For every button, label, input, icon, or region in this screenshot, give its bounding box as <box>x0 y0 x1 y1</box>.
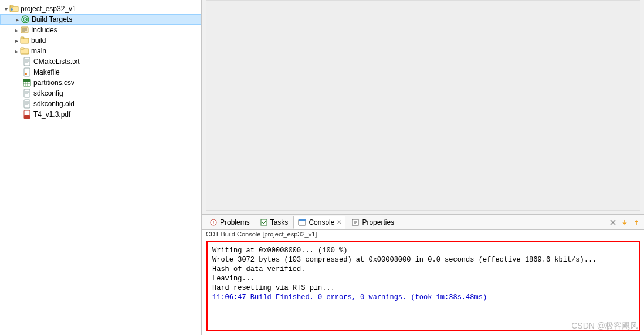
folder-icon <box>20 36 29 45</box>
tree-item-label: Includes <box>31 26 57 34</box>
tree-root-label: project_esp32_v1 <box>21 5 76 13</box>
chevron-right-icon[interactable]: ▸ <box>13 16 21 23</box>
arrow-up-button[interactable] <box>631 217 642 228</box>
svg-text:!: ! <box>213 220 214 225</box>
makefile-icon <box>22 67 32 77</box>
tree-root[interactable]: ▾ project_esp32_v1 <box>0 4 201 14</box>
console-output[interactable]: Writing at 0x00008000... (100 %) Wrote 3… <box>206 241 640 331</box>
tree-item-build[interactable]: ▸ build <box>0 35 201 46</box>
tree-file[interactable]: sdkconfig.old <box>0 99 201 109</box>
svg-rect-24 <box>299 219 306 221</box>
tree-file-label: Makefile <box>33 68 60 76</box>
file-icon <box>22 57 32 66</box>
tree-file[interactable]: T4_v1.3.pdf <box>0 109 201 120</box>
console-line: Hard resetting via RTS pin... <box>212 283 634 293</box>
console-icon <box>297 218 307 227</box>
tree-item-includes[interactable]: ▸ Includes <box>0 25 201 35</box>
close-icon[interactable]: ✕ <box>337 219 341 225</box>
svg-rect-8 <box>21 37 24 39</box>
svg-rect-1 <box>10 5 13 7</box>
tree-item-main[interactable]: ▸ main <box>0 46 201 56</box>
svg-rect-11 <box>24 57 30 66</box>
csv-icon <box>22 78 32 87</box>
editor-area <box>202 0 644 215</box>
console-line: Writing at 0x00008000... (100 %) <box>212 246 634 255</box>
tab-label: Console <box>309 218 334 226</box>
project-folder-icon <box>9 4 19 13</box>
tree-file-label: CMakeLists.txt <box>33 57 80 66</box>
console-title: CDT Build Console [project_esp32_v1] <box>202 230 644 239</box>
properties-icon <box>351 218 360 227</box>
project-explorer: ▾ project_esp32_v1 ▸ Build Targets ▸ Inc… <box>0 0 202 335</box>
tree-file-label: partitions.csv <box>33 79 74 87</box>
file-icon <box>22 99 32 109</box>
console-line-status: 11:06:47 Build Finished. 0 errors, 0 war… <box>212 293 634 302</box>
tree-file-label: sdkconfig.old <box>33 100 74 108</box>
svg-point-13 <box>25 73 27 75</box>
bottom-tabs: ! Problems Tasks Console ✕ <box>202 215 644 230</box>
tree-item-label: main <box>31 47 46 55</box>
svg-rect-17 <box>24 100 30 108</box>
svg-point-2 <box>11 8 13 11</box>
chevron-down-icon[interactable]: ▾ <box>2 6 9 12</box>
tab-properties[interactable]: Properties <box>347 216 398 229</box>
includes-icon <box>20 25 29 35</box>
svg-point-5 <box>25 19 26 20</box>
file-icon <box>22 89 32 98</box>
tree-file[interactable]: sdkconfig <box>0 88 201 99</box>
tree-file[interactable]: partitions.csv <box>0 77 201 88</box>
tree-file-label: T4_v1.3.pdf <box>33 110 70 119</box>
tree-item-label: Build Targets <box>32 15 72 23</box>
tab-label: Problems <box>220 218 250 226</box>
chevron-right-icon[interactable]: ▸ <box>13 48 20 55</box>
tree-item-label: build <box>31 36 46 45</box>
svg-rect-19 <box>24 115 30 119</box>
tree-file[interactable]: Makefile <box>0 67 201 77</box>
svg-rect-10 <box>21 48 24 49</box>
console-line: Leaving... <box>212 274 634 283</box>
tree-file[interactable]: CMakeLists.txt <box>0 56 201 67</box>
tasks-icon <box>259 218 269 227</box>
tab-label: Properties <box>362 218 394 226</box>
tree-file-label: sdkconfig <box>33 89 63 97</box>
folder-icon <box>20 46 29 56</box>
close-view-button[interactable] <box>608 217 618 228</box>
tree-item-build-targets[interactable]: ▸ Build Targets <box>0 14 201 25</box>
arrow-down-button[interactable] <box>619 217 630 228</box>
chevron-right-icon[interactable]: ▸ <box>13 27 20 33</box>
tab-label: Tasks <box>270 218 289 226</box>
svg-rect-12 <box>24 68 30 76</box>
tab-problems[interactable]: ! Problems <box>205 216 254 229</box>
console-line: Hash of data verified. <box>212 265 634 274</box>
tab-tasks[interactable]: Tasks <box>255 216 293 229</box>
svg-rect-22 <box>261 219 267 225</box>
svg-rect-15 <box>23 79 30 82</box>
console-line: Wrote 3072 bytes (103 compressed) at 0x0… <box>212 255 634 265</box>
chevron-right-icon[interactable]: ▸ <box>13 38 20 44</box>
svg-rect-16 <box>24 89 30 97</box>
target-icon <box>21 15 30 24</box>
pdf-icon <box>22 110 32 119</box>
problems-icon: ! <box>209 218 218 227</box>
tab-console[interactable]: Console ✕ <box>293 216 345 229</box>
